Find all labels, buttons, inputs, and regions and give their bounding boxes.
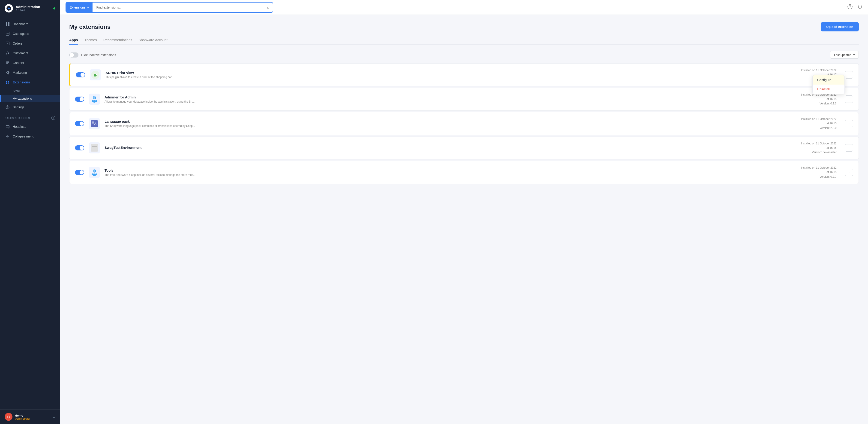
language-pack-install-date: Installed on 11 October 2022 — [801, 117, 837, 121]
svg-point-14 — [850, 8, 850, 8]
adminer-toggle[interactable] — [75, 96, 84, 102]
svg-rect-9 — [6, 83, 7, 84]
sidebar-sub-label: Store — [13, 89, 20, 93]
context-uninstall[interactable]: Uninstall — [813, 85, 844, 94]
acris-install-date: Installed on 11 October 2022 — [801, 68, 837, 73]
sidebar-sub-store[interactable]: Store — [0, 87, 60, 95]
acris-print-view-icon — [90, 69, 101, 80]
notifications-button[interactable] — [858, 4, 863, 10]
sidebar-item-headless[interactable]: Headless — [0, 122, 60, 132]
app-version: 6.4.16.0 — [16, 9, 40, 12]
filters-bar: Hide inactive extensions Last updated ▾ — [69, 51, 859, 59]
sidebar-item-settings[interactable]: Settings — [0, 102, 60, 112]
sidebar-header: Administration 6.4.16.0 — [0, 0, 60, 17]
svg-point-21 — [95, 100, 97, 102]
extensions-list: ACRIS Print View This plugin allows to c… — [69, 63, 859, 185]
tab-shopware-account[interactable]: Shopware Account — [139, 38, 167, 45]
swag-install-time: at 16:15 — [801, 146, 837, 150]
tools-toggle[interactable] — [75, 170, 84, 175]
content-icon — [5, 60, 10, 65]
sidebar-collapse[interactable]: Collapse menu — [0, 132, 60, 141]
upload-extension-button[interactable]: Upload extension — [821, 22, 859, 31]
search-dropdown-label: Extensions — [70, 5, 85, 9]
add-sales-channel-icon[interactable] — [51, 116, 55, 120]
app-name-block: Administration 6.4.16.0 — [16, 5, 40, 12]
svg-point-20 — [92, 100, 93, 102]
extension-tools: Tools The free Shopware 6 app include se… — [69, 161, 859, 184]
sidebar-item-orders[interactable]: Orders — [0, 38, 60, 48]
headless-icon — [5, 124, 10, 129]
search-bar: Extensions ▾ ⌕ — [65, 2, 273, 13]
sidebar-footer: D demo Administrator ▲ — [0, 409, 60, 424]
sidebar-item-marketing[interactable]: Marketing — [0, 68, 60, 77]
sort-button[interactable]: Last updated ▾ — [830, 51, 859, 59]
content-area: My extensions Upload extension Apps Them… — [60, 15, 868, 424]
marketing-icon — [5, 70, 10, 75]
context-configure[interactable]: Configure — [813, 75, 844, 85]
sidebar-item-customers[interactable]: Customers — [0, 48, 60, 58]
sidebar-item-extensions[interactable]: Extensions — [0, 77, 60, 87]
customers-icon — [5, 51, 10, 55]
tab-apps[interactable]: Apps — [69, 38, 78, 45]
search-dropdown-button[interactable]: Extensions ▾ — [66, 3, 93, 12]
swag-install-date: Installed on 11 October 2022 — [801, 141, 837, 146]
adminer-more-button[interactable]: ··· — [845, 95, 853, 103]
tools-info: Tools The free Shopware 6 app include se… — [104, 168, 797, 176]
adminer-version: Version: 0.3.3 — [801, 102, 837, 106]
tab-recommendations[interactable]: Recommendations — [103, 38, 132, 45]
sidebar-item-label: Extensions — [13, 80, 30, 84]
tools-more-button[interactable]: ··· — [845, 169, 853, 176]
svg-rect-2 — [8, 22, 9, 24]
language-pack-version: Version: 2.3.0 — [801, 126, 837, 130]
language-pack-desc: The Shopware language pack combines all … — [104, 124, 797, 128]
swag-more-button[interactable]: ··· — [845, 144, 853, 151]
sidebar-nav: Dashboard Catalogues Orders Customers Co… — [0, 17, 60, 409]
language-pack-install-time: at 16:15 — [801, 121, 837, 126]
tab-recommendations-label: Recommendations — [103, 38, 132, 42]
tab-apps-label: Apps — [69, 38, 78, 42]
language-pack-meta: Installed on 11 October 2022 at 16:15 Ve… — [801, 117, 837, 130]
search-dropdown-chevron-icon: ▾ — [87, 5, 89, 9]
sidebar-sub-my-extensions[interactable]: My extensions — [0, 95, 60, 102]
sidebar-user[interactable]: D demo Administrator ▲ — [5, 413, 55, 421]
acris-print-view-desc: This plugin allows to create a print of … — [105, 76, 797, 79]
extensions-icon — [5, 80, 10, 85]
extension-adminer-for-admin: Adminer for Admin Allows to manage your … — [69, 88, 859, 111]
svg-point-18 — [93, 96, 95, 100]
help-button[interactable] — [847, 4, 853, 11]
svg-point-10 — [7, 107, 8, 108]
acris-print-view-name: ACRIS Print View — [105, 71, 797, 75]
sidebar-item-dashboard[interactable]: Dashboard — [0, 19, 60, 29]
language-pack-name: Language pack — [104, 119, 797, 123]
language-pack-more-button[interactable]: ··· — [845, 120, 853, 127]
search-submit-button[interactable]: ⌕ — [264, 3, 273, 12]
hide-inactive-toggle[interactable] — [69, 52, 79, 58]
acris-print-view-toggle[interactable] — [76, 72, 85, 77]
user-name: demo — [15, 414, 30, 417]
acris-print-view-info: ACRIS Print View This plugin allows to c… — [105, 71, 797, 79]
sidebar-item-content[interactable]: Content — [0, 58, 60, 68]
help-icon — [847, 5, 853, 10]
svg-point-16 — [96, 74, 97, 75]
user-role: Administrator — [15, 417, 30, 420]
adminer-desc: Allows to manage your database inside th… — [104, 100, 797, 103]
sidebar-item-label: Content — [13, 61, 24, 65]
acris-more-button[interactable]: ··· — [845, 71, 853, 79]
sidebar-item-catalogues[interactable]: Catalogues — [0, 29, 60, 38]
tools-install-time: at 16:15 — [801, 170, 837, 174]
user-avatar: D — [5, 413, 12, 421]
extension-language-pack: Language pack The Shopware language pack… — [69, 112, 859, 135]
search-input[interactable] — [93, 3, 264, 12]
tab-themes[interactable]: Themes — [85, 38, 97, 45]
svg-rect-12 — [6, 125, 9, 128]
svg-point-29 — [95, 173, 97, 175]
sales-channels-section: Sales Channels — [0, 112, 60, 122]
user-info: demo Administrator — [15, 414, 30, 420]
language-pack-toggle[interactable] — [75, 121, 84, 126]
swag-meta: Installed on 11 October 2022 at 16:15 Ve… — [801, 141, 837, 155]
adminer-name: Adminer for Admin — [104, 95, 797, 99]
sidebar-item-label: Marketing — [13, 71, 27, 75]
tools-desc: The free Shopware 6 app include several … — [104, 173, 797, 176]
swag-toggle[interactable] — [75, 145, 84, 150]
online-indicator — [53, 7, 55, 9]
